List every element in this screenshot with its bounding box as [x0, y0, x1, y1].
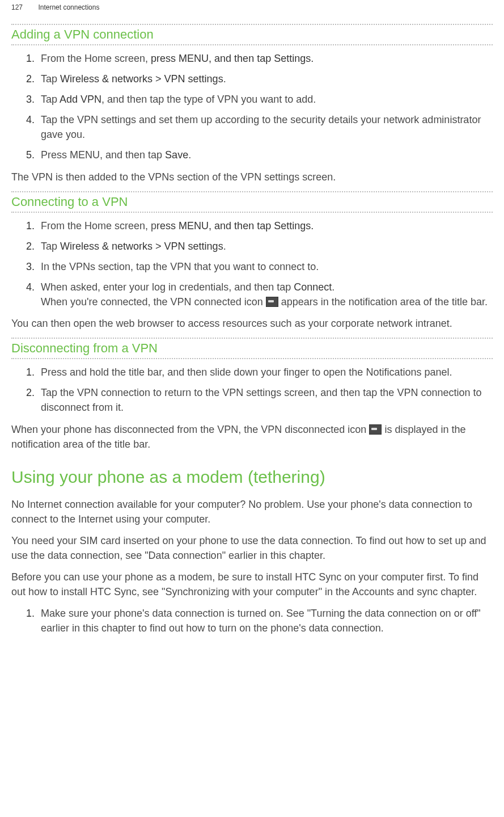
s1-after: The VPN is then added to the VPNs sectio… [11, 170, 493, 184]
s1-step1: From the Home screen, press MENU, and th… [37, 51, 493, 66]
s1-step4: Tap the VPN settings and set them up acc… [37, 112, 493, 142]
page-header: 127 Internet connections [11, 0, 493, 23]
s2-after: You can then open the web browser to acc… [11, 316, 493, 331]
s1-step2: Tap Wireless & networks > VPN settings. [37, 71, 493, 86]
s4-p3: Before you can use your phone as a modem… [11, 570, 493, 599]
s3-step1: Press and hold the title bar, and then s… [37, 365, 493, 380]
s2-step1: From the Home screen, press MENU, and th… [37, 218, 493, 233]
heading-adding-vpn: Adding a VPN connection [11, 24, 493, 45]
s1-step3: Tap Add VPN, and then tap the type of VP… [37, 92, 493, 107]
heading-tethering: Using your phone as a modem (tethering) [11, 468, 493, 487]
heading-disconnecting-vpn: Disconnecting from a VPN [11, 338, 493, 359]
vpn-disconnected-icon [369, 424, 382, 435]
s2-step4: When asked, enter your log in credential… [37, 280, 493, 309]
s3-after: When your phone has disconnected from th… [11, 422, 493, 452]
s4-p1: No Internet connection available for you… [11, 497, 493, 527]
heading-connecting-vpn: Connecting to a VPN [11, 191, 493, 213]
s4-step1: Make sure your phone's data connection i… [37, 606, 493, 635]
s2-step3: In the VPNs section, tap the VPN that yo… [37, 259, 493, 274]
s3-step2: Tap the VPN connection to return to the … [37, 385, 493, 415]
vpn-connected-icon [266, 297, 278, 307]
s4-p2: You need your SIM card inserted on your … [11, 533, 493, 563]
s2-step2: Tap Wireless & networks > VPN settings. [37, 239, 493, 254]
page-number: 127 [11, 3, 23, 11]
s1-step5: Press MENU, and then tap Save. [37, 148, 493, 162]
chapter-title: Internet connections [38, 3, 99, 11]
